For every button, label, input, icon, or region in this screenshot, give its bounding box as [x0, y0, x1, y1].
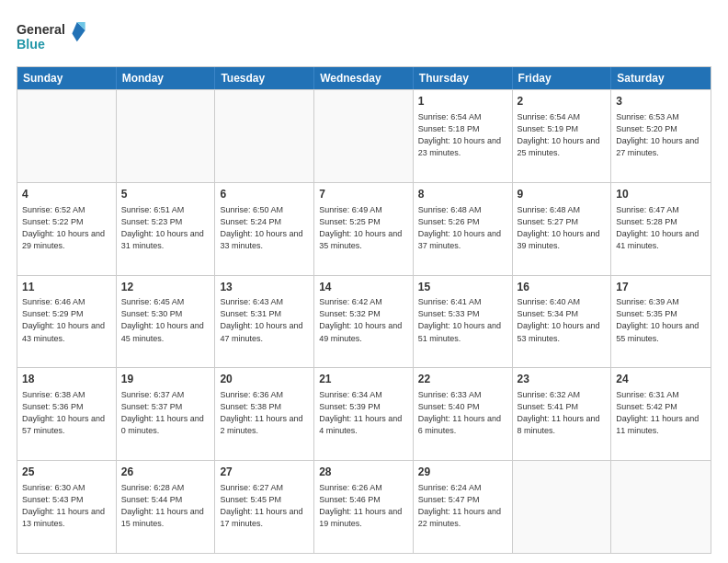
- day-info: Sunrise: 6:40 AM Sunset: 5:34 PM Dayligh…: [518, 296, 607, 344]
- day-info: Sunrise: 6:31 AM Sunset: 5:42 PM Dayligh…: [616, 389, 706, 437]
- day-number: 28: [319, 465, 408, 480]
- calendar-row: 11Sunrise: 6:46 AM Sunset: 5:29 PM Dayli…: [17, 275, 711, 368]
- calendar-cell: 9Sunrise: 6:48 AM Sunset: 5:27 PM Daylig…: [513, 183, 612, 275]
- day-info: Sunrise: 6:54 AM Sunset: 5:18 PM Dayligh…: [418, 111, 507, 159]
- calendar-cell: 21Sunrise: 6:34 AM Sunset: 5:39 PM Dayli…: [314, 368, 414, 460]
- calendar-cell: 17Sunrise: 6:39 AM Sunset: 5:35 PM Dayli…: [611, 276, 711, 368]
- day-info: Sunrise: 6:24 AM Sunset: 5:47 PM Dayligh…: [418, 482, 507, 530]
- day-number: 9: [518, 187, 607, 202]
- calendar-header: SundayMondayTuesdayWednesdayThursdayFrid…: [17, 67, 711, 89]
- day-number: 20: [220, 372, 309, 387]
- calendar-cell: 13Sunrise: 6:43 AM Sunset: 5:31 PM Dayli…: [215, 276, 314, 368]
- calendar-body: 1Sunrise: 6:54 AM Sunset: 5:18 PM Daylig…: [17, 89, 711, 553]
- day-info: Sunrise: 6:45 AM Sunset: 5:30 PM Dayligh…: [121, 296, 210, 344]
- weekday-header: Tuesday: [215, 67, 314, 89]
- calendar-cell: [215, 90, 314, 182]
- day-info: Sunrise: 6:47 AM Sunset: 5:28 PM Dayligh…: [616, 204, 706, 252]
- day-info: Sunrise: 6:36 AM Sunset: 5:38 PM Dayligh…: [220, 389, 309, 437]
- day-info: Sunrise: 6:41 AM Sunset: 5:33 PM Dayligh…: [418, 296, 507, 344]
- svg-text:Blue: Blue: [17, 37, 45, 52]
- day-info: Sunrise: 6:33 AM Sunset: 5:40 PM Dayligh…: [418, 389, 507, 437]
- calendar-cell: 27Sunrise: 6:27 AM Sunset: 5:45 PM Dayli…: [215, 461, 314, 553]
- day-number: 3: [616, 94, 706, 109]
- svg-text:General: General: [17, 22, 65, 37]
- day-number: 17: [616, 280, 706, 295]
- day-number: 8: [418, 187, 507, 202]
- day-info: Sunrise: 6:39 AM Sunset: 5:35 PM Dayligh…: [616, 296, 706, 344]
- page: General Blue SundayMondayTuesdayWednesda…: [0, 0, 728, 563]
- day-number: 21: [319, 372, 408, 387]
- day-info: Sunrise: 6:53 AM Sunset: 5:20 PM Dayligh…: [616, 111, 706, 159]
- calendar-cell: 3Sunrise: 6:53 AM Sunset: 5:20 PM Daylig…: [611, 90, 711, 182]
- day-number: 11: [22, 280, 111, 295]
- logo-icon: General Blue: [17, 17, 90, 57]
- calendar-cell: 24Sunrise: 6:31 AM Sunset: 5:42 PM Dayli…: [611, 368, 711, 460]
- day-number: 26: [121, 465, 210, 480]
- day-info: Sunrise: 6:42 AM Sunset: 5:32 PM Dayligh…: [319, 296, 408, 344]
- logo: General Blue: [17, 17, 90, 57]
- calendar-cell: 14Sunrise: 6:42 AM Sunset: 5:32 PM Dayli…: [314, 276, 414, 368]
- weekday-header: Sunday: [17, 67, 117, 89]
- calendar-cell: 16Sunrise: 6:40 AM Sunset: 5:34 PM Dayli…: [513, 276, 612, 368]
- calendar-cell: 28Sunrise: 6:26 AM Sunset: 5:46 PM Dayli…: [314, 461, 414, 553]
- calendar-row: 1Sunrise: 6:54 AM Sunset: 5:18 PM Daylig…: [17, 89, 711, 182]
- day-number: 14: [319, 280, 408, 295]
- day-info: Sunrise: 6:43 AM Sunset: 5:31 PM Dayligh…: [220, 296, 309, 344]
- day-number: 10: [616, 187, 706, 202]
- day-number: 24: [616, 372, 706, 387]
- day-info: Sunrise: 6:34 AM Sunset: 5:39 PM Dayligh…: [319, 389, 408, 437]
- weekday-header: Monday: [117, 67, 216, 89]
- calendar-cell: 25Sunrise: 6:30 AM Sunset: 5:43 PM Dayli…: [17, 461, 117, 553]
- day-number: 15: [418, 280, 507, 295]
- day-number: 1: [418, 94, 507, 109]
- day-info: Sunrise: 6:32 AM Sunset: 5:41 PM Dayligh…: [518, 389, 607, 437]
- calendar-cell: 11Sunrise: 6:46 AM Sunset: 5:29 PM Dayli…: [17, 276, 117, 368]
- header: General Blue: [17, 17, 711, 57]
- calendar-cell: [17, 90, 117, 182]
- calendar-cell: 12Sunrise: 6:45 AM Sunset: 5:30 PM Dayli…: [117, 276, 216, 368]
- weekday-header: Thursday: [414, 67, 513, 89]
- calendar-cell: [117, 90, 216, 182]
- day-number: 6: [220, 187, 309, 202]
- day-info: Sunrise: 6:48 AM Sunset: 5:26 PM Dayligh…: [418, 204, 507, 252]
- day-number: 18: [22, 372, 111, 387]
- day-info: Sunrise: 6:26 AM Sunset: 5:46 PM Dayligh…: [319, 482, 408, 530]
- day-number: 2: [518, 94, 607, 109]
- calendar-cell: [611, 461, 711, 553]
- calendar-row: 25Sunrise: 6:30 AM Sunset: 5:43 PM Dayli…: [17, 460, 711, 553]
- day-number: 13: [220, 280, 309, 295]
- day-info: Sunrise: 6:30 AM Sunset: 5:43 PM Dayligh…: [22, 482, 111, 530]
- calendar-cell: 20Sunrise: 6:36 AM Sunset: 5:38 PM Dayli…: [215, 368, 314, 460]
- calendar-cell: 1Sunrise: 6:54 AM Sunset: 5:18 PM Daylig…: [414, 90, 513, 182]
- day-number: 16: [518, 280, 607, 295]
- day-info: Sunrise: 6:50 AM Sunset: 5:24 PM Dayligh…: [220, 204, 309, 252]
- day-number: 5: [121, 187, 210, 202]
- calendar-cell: 10Sunrise: 6:47 AM Sunset: 5:28 PM Dayli…: [611, 183, 711, 275]
- calendar-row: 18Sunrise: 6:38 AM Sunset: 5:36 PM Dayli…: [17, 367, 711, 460]
- calendar-cell: 4Sunrise: 6:52 AM Sunset: 5:22 PM Daylig…: [17, 183, 117, 275]
- day-info: Sunrise: 6:52 AM Sunset: 5:22 PM Dayligh…: [22, 204, 111, 252]
- calendar-row: 4Sunrise: 6:52 AM Sunset: 5:22 PM Daylig…: [17, 182, 711, 275]
- calendar-cell: 15Sunrise: 6:41 AM Sunset: 5:33 PM Dayli…: [414, 276, 513, 368]
- day-info: Sunrise: 6:48 AM Sunset: 5:27 PM Dayligh…: [518, 204, 607, 252]
- weekday-header: Friday: [513, 67, 612, 89]
- day-number: 4: [22, 187, 111, 202]
- day-number: 23: [518, 372, 607, 387]
- day-info: Sunrise: 6:28 AM Sunset: 5:44 PM Dayligh…: [121, 482, 210, 530]
- day-info: Sunrise: 6:37 AM Sunset: 5:37 PM Dayligh…: [121, 389, 210, 437]
- calendar-cell: 29Sunrise: 6:24 AM Sunset: 5:47 PM Dayli…: [414, 461, 513, 553]
- calendar-cell: 23Sunrise: 6:32 AM Sunset: 5:41 PM Dayli…: [513, 368, 612, 460]
- calendar-cell: 19Sunrise: 6:37 AM Sunset: 5:37 PM Dayli…: [117, 368, 216, 460]
- calendar-cell: [314, 90, 414, 182]
- day-info: Sunrise: 6:54 AM Sunset: 5:19 PM Dayligh…: [518, 111, 607, 159]
- calendar-cell: 5Sunrise: 6:51 AM Sunset: 5:23 PM Daylig…: [117, 183, 216, 275]
- day-info: Sunrise: 6:49 AM Sunset: 5:25 PM Dayligh…: [319, 204, 408, 252]
- day-info: Sunrise: 6:46 AM Sunset: 5:29 PM Dayligh…: [22, 296, 111, 344]
- calendar-cell: 7Sunrise: 6:49 AM Sunset: 5:25 PM Daylig…: [314, 183, 414, 275]
- calendar-cell: [513, 461, 612, 553]
- calendar-cell: 8Sunrise: 6:48 AM Sunset: 5:26 PM Daylig…: [414, 183, 513, 275]
- calendar-cell: 26Sunrise: 6:28 AM Sunset: 5:44 PM Dayli…: [117, 461, 216, 553]
- day-number: 7: [319, 187, 408, 202]
- calendar-cell: 6Sunrise: 6:50 AM Sunset: 5:24 PM Daylig…: [215, 183, 314, 275]
- day-info: Sunrise: 6:27 AM Sunset: 5:45 PM Dayligh…: [220, 482, 309, 530]
